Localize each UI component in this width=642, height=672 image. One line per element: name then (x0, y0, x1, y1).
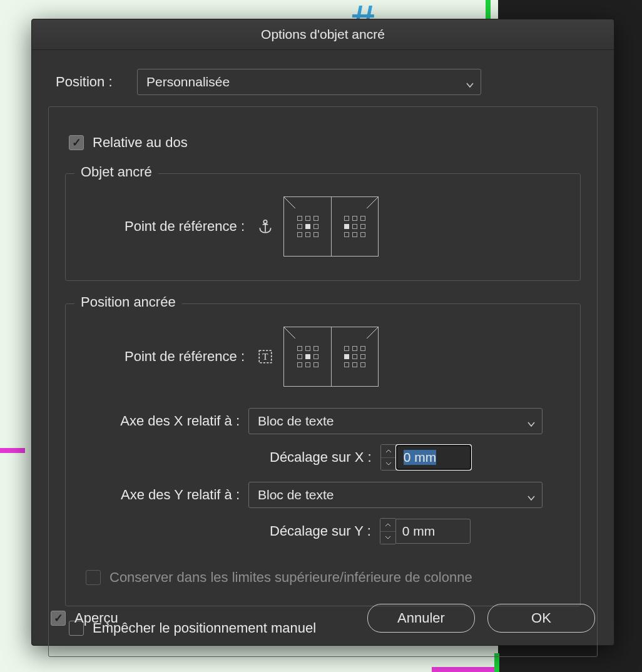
position-dropdown-value: Personnalisée (146, 74, 230, 89)
svg-point-0 (263, 220, 267, 223)
x-offset-step-up[interactable] (381, 445, 396, 458)
keep-within-checkbox (86, 570, 101, 585)
x-offset-input[interactable] (396, 445, 471, 470)
anchored-position-refpoint-label: Point de référence : (82, 349, 251, 365)
x-axis-dropdown[interactable]: Bloc de texte (248, 408, 543, 434)
y-offset-row: Décalage sur Y : (82, 518, 564, 544)
relative-to-spine-row: Relative au dos (69, 135, 581, 151)
anchored-position-fieldset: Position ancrée Point de référence : T (65, 303, 581, 606)
position-dropdown[interactable]: Personnalisée (137, 69, 481, 95)
chevron-down-icon (527, 491, 536, 499)
x-offset-row: Décalage sur X : (82, 444, 564, 471)
y-offset-step-up[interactable] (380, 519, 395, 532)
anchored-object-refpoint-label: Point de référence : (82, 218, 251, 235)
y-axis-dropdown-value: Bloc de texte (258, 487, 334, 502)
y-offset-input[interactable] (395, 519, 471, 544)
anchored-object-options-dialog: Options d'objet ancré Position : Personn… (31, 19, 614, 646)
relative-to-spine-checkbox[interactable] (69, 135, 84, 150)
position-label: Position : (56, 74, 137, 90)
x-offset-label: Décalage sur X : (270, 449, 380, 466)
y-axis-row: Axe des Y relatif à : Bloc de texte (82, 482, 564, 508)
cancel-button[interactable]: Annuler (367, 604, 475, 633)
x-offset-stepper[interactable] (380, 444, 396, 471)
anchored-object-legend: Objet ancré (74, 164, 158, 180)
anchored-position-refpoint-row: Point de référence : T (82, 327, 564, 387)
cancel-button-label: Annuler (397, 610, 445, 626)
anchored-object-refpoint-proxy[interactable] (283, 196, 380, 257)
anchored-position-refpoint-proxy[interactable] (283, 327, 380, 387)
y-offset-label: Décalage sur Y : (270, 523, 380, 539)
y-offset-step-down[interactable] (380, 532, 395, 544)
textframe-icon: T (257, 349, 273, 365)
y-offset-stepper[interactable] (380, 518, 395, 544)
main-fieldset: Relative au dos Objet ancré Point de réf… (48, 106, 598, 657)
keep-within-label: Conserver dans les limites supérieure/in… (110, 569, 472, 586)
dialog-footer: Aperçu Annuler OK (32, 604, 614, 633)
chevron-down-icon (527, 417, 536, 425)
ok-button-label: OK (531, 610, 551, 626)
y-axis-dropdown[interactable]: Bloc de texte (248, 482, 543, 508)
keep-within-row: Conserver dans les limites supérieure/in… (86, 569, 564, 586)
dialog-title: Options d'objet ancré (32, 19, 614, 50)
anchored-object-fieldset: Objet ancré Point de référence : (65, 173, 581, 281)
chevron-down-icon (466, 78, 474, 86)
relative-to-spine-label: Relative au dos (93, 135, 188, 151)
position-row: Position : Personnalisée (56, 69, 598, 95)
preview-checkbox[interactable] (51, 611, 66, 626)
x-axis-label: Axe des X relatif à : (82, 413, 248, 429)
x-axis-row: Axe des X relatif à : Bloc de texte (82, 408, 564, 434)
anchored-object-refpoint-row: Point de référence : (82, 196, 564, 257)
anchor-icon (257, 218, 273, 235)
preview-label: Aperçu (74, 610, 118, 626)
y-axis-label: Axe des Y relatif à : (82, 487, 248, 503)
x-axis-dropdown-value: Bloc de texte (258, 414, 334, 429)
anchored-position-legend: Position ancrée (74, 294, 182, 310)
ok-button[interactable]: OK (487, 604, 595, 633)
x-offset-step-down[interactable] (381, 458, 396, 471)
svg-text:T: T (262, 351, 268, 362)
